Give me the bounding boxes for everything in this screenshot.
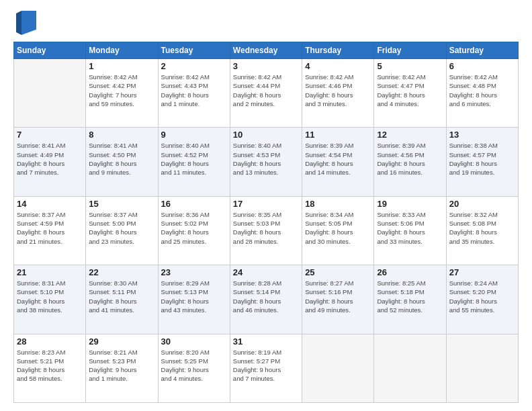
weekday-friday: Friday [374, 42, 446, 59]
logo-icon [16, 11, 36, 35]
calendar-cell: 24Sunrise: 8:28 AM Sunset: 5:14 PM Dayli… [230, 265, 302, 334]
day-info: Sunrise: 8:24 AM Sunset: 5:20 PM Dayligh… [449, 279, 515, 314]
calendar-cell: 28Sunrise: 8:23 AM Sunset: 5:21 PM Dayli… [14, 334, 86, 402]
day-number: 3 [233, 61, 299, 71]
day-info: Sunrise: 8:42 AM Sunset: 4:42 PM Dayligh… [89, 73, 154, 108]
day-number: 4 [305, 61, 371, 71]
weekday-wednesday: Wednesday [230, 42, 302, 59]
day-number: 11 [305, 130, 371, 140]
svg-marker-1 [16, 11, 21, 35]
day-number: 13 [449, 130, 515, 140]
day-number: 20 [449, 199, 515, 209]
calendar-cell [374, 334, 446, 402]
calendar-cell: 23Sunrise: 8:29 AM Sunset: 5:13 PM Dayli… [158, 265, 230, 334]
calendar-cell: 2Sunrise: 8:42 AM Sunset: 4:43 PM Daylig… [158, 59, 230, 128]
day-info: Sunrise: 8:37 AM Sunset: 4:59 PM Dayligh… [17, 210, 83, 246]
calendar-cell: 12Sunrise: 8:39 AM Sunset: 4:56 PM Dayli… [374, 128, 446, 196]
calendar-cell: 15Sunrise: 8:37 AM Sunset: 5:00 PM Dayli… [86, 196, 158, 265]
day-info: Sunrise: 8:42 AM Sunset: 4:47 PM Dayligh… [377, 73, 443, 108]
day-info: Sunrise: 8:40 AM Sunset: 4:52 PM Dayligh… [161, 141, 227, 177]
day-number: 23 [161, 267, 227, 277]
day-info: Sunrise: 8:20 AM Sunset: 5:25 PM Dayligh… [161, 348, 227, 383]
day-number: 25 [305, 267, 371, 277]
logo [13, 11, 36, 35]
calendar-cell: 31Sunrise: 8:19 AM Sunset: 5:27 PM Dayli… [230, 334, 302, 402]
calendar-cell: 13Sunrise: 8:38 AM Sunset: 4:57 PM Dayli… [446, 128, 518, 196]
calendar-cell [446, 334, 518, 402]
calendar-cell: 16Sunrise: 8:36 AM Sunset: 5:02 PM Dayli… [158, 196, 230, 265]
calendar-cell: 27Sunrise: 8:24 AM Sunset: 5:20 PM Dayli… [446, 265, 518, 334]
header [13, 11, 519, 35]
weekday-tuesday: Tuesday [158, 42, 230, 59]
day-info: Sunrise: 8:38 AM Sunset: 4:57 PM Dayligh… [449, 141, 515, 177]
calendar-cell: 10Sunrise: 8:40 AM Sunset: 4:53 PM Dayli… [230, 128, 302, 196]
day-number: 16 [161, 199, 227, 209]
day-number: 8 [89, 130, 154, 140]
day-number: 27 [449, 267, 515, 277]
day-number: 18 [305, 199, 371, 209]
calendar-cell: 17Sunrise: 8:35 AM Sunset: 5:03 PM Dayli… [230, 196, 302, 265]
day-info: Sunrise: 8:42 AM Sunset: 4:43 PM Dayligh… [161, 73, 227, 108]
day-info: Sunrise: 8:33 AM Sunset: 5:06 PM Dayligh… [377, 210, 443, 246]
day-number: 17 [233, 199, 299, 209]
calendar-cell: 18Sunrise: 8:34 AM Sunset: 5:05 PM Dayli… [302, 196, 374, 265]
calendar-cell [302, 334, 374, 402]
day-info: Sunrise: 8:28 AM Sunset: 5:14 PM Dayligh… [233, 279, 299, 314]
day-info: Sunrise: 8:31 AM Sunset: 5:10 PM Dayligh… [17, 279, 83, 314]
calendar-week-row: 7Sunrise: 8:41 AM Sunset: 4:49 PM Daylig… [14, 128, 519, 196]
weekday-monday: Monday [86, 42, 158, 59]
day-number: 10 [233, 130, 299, 140]
calendar-cell: 4Sunrise: 8:42 AM Sunset: 4:46 PM Daylig… [302, 59, 374, 128]
day-number: 6 [449, 61, 515, 71]
calendar-week-row: 28Sunrise: 8:23 AM Sunset: 5:21 PM Dayli… [14, 334, 519, 402]
calendar-cell: 14Sunrise: 8:37 AM Sunset: 4:59 PM Dayli… [14, 196, 86, 265]
day-number: 9 [161, 130, 227, 140]
calendar-cell: 11Sunrise: 8:39 AM Sunset: 4:54 PM Dayli… [302, 128, 374, 196]
weekday-header-row: SundayMondayTuesdayWednesdayThursdayFrid… [14, 42, 519, 59]
calendar-cell: 7Sunrise: 8:41 AM Sunset: 4:49 PM Daylig… [14, 128, 86, 196]
day-number: 22 [89, 267, 154, 277]
day-info: Sunrise: 8:42 AM Sunset: 4:46 PM Dayligh… [305, 73, 371, 108]
day-info: Sunrise: 8:25 AM Sunset: 5:18 PM Dayligh… [377, 279, 443, 314]
page: SundayMondayTuesdayWednesdayThursdayFrid… [0, 0, 532, 411]
calendar-cell: 5Sunrise: 8:42 AM Sunset: 4:47 PM Daylig… [374, 59, 446, 128]
calendar-cell: 22Sunrise: 8:30 AM Sunset: 5:11 PM Dayli… [86, 265, 158, 334]
day-info: Sunrise: 8:29 AM Sunset: 5:13 PM Dayligh… [161, 279, 227, 314]
day-number: 30 [161, 336, 227, 347]
day-info: Sunrise: 8:36 AM Sunset: 5:02 PM Dayligh… [161, 210, 227, 246]
weekday-saturday: Saturday [446, 42, 518, 59]
day-info: Sunrise: 8:23 AM Sunset: 5:21 PM Dayligh… [17, 348, 83, 383]
day-number: 31 [233, 336, 299, 347]
day-info: Sunrise: 8:35 AM Sunset: 5:03 PM Dayligh… [233, 210, 299, 246]
day-number: 15 [89, 199, 154, 209]
logo-text [13, 11, 36, 35]
day-info: Sunrise: 8:27 AM Sunset: 5:16 PM Dayligh… [305, 279, 371, 314]
weekday-sunday: Sunday [14, 42, 86, 59]
calendar-cell: 20Sunrise: 8:32 AM Sunset: 5:08 PM Dayli… [446, 196, 518, 265]
calendar-cell: 30Sunrise: 8:20 AM Sunset: 5:25 PM Dayli… [158, 334, 230, 402]
day-number: 7 [17, 130, 83, 140]
day-number: 28 [17, 336, 83, 347]
day-info: Sunrise: 8:39 AM Sunset: 4:56 PM Dayligh… [377, 141, 443, 177]
day-number: 2 [161, 61, 227, 71]
calendar-cell: 9Sunrise: 8:40 AM Sunset: 4:52 PM Daylig… [158, 128, 230, 196]
calendar-week-row: 1Sunrise: 8:42 AM Sunset: 4:42 PM Daylig… [14, 59, 519, 128]
day-number: 1 [89, 61, 154, 71]
weekday-thursday: Thursday [302, 42, 374, 59]
calendar-cell: 6Sunrise: 8:42 AM Sunset: 4:48 PM Daylig… [446, 59, 518, 128]
day-info: Sunrise: 8:30 AM Sunset: 5:11 PM Dayligh… [89, 279, 154, 314]
day-info: Sunrise: 8:41 AM Sunset: 4:49 PM Dayligh… [17, 141, 83, 177]
day-number: 5 [377, 61, 443, 71]
calendar-cell: 1Sunrise: 8:42 AM Sunset: 4:42 PM Daylig… [86, 59, 158, 128]
calendar-cell: 21Sunrise: 8:31 AM Sunset: 5:10 PM Dayli… [14, 265, 86, 334]
calendar-cell: 29Sunrise: 8:21 AM Sunset: 5:23 PM Dayli… [86, 334, 158, 402]
day-number: 29 [89, 336, 154, 347]
calendar-week-row: 21Sunrise: 8:31 AM Sunset: 5:10 PM Dayli… [14, 265, 519, 334]
calendar-cell: 25Sunrise: 8:27 AM Sunset: 5:16 PM Dayli… [302, 265, 374, 334]
day-info: Sunrise: 8:40 AM Sunset: 4:53 PM Dayligh… [233, 141, 299, 177]
calendar-cell [14, 59, 86, 128]
calendar-cell: 8Sunrise: 8:41 AM Sunset: 4:50 PM Daylig… [86, 128, 158, 196]
day-number: 12 [377, 130, 443, 140]
day-info: Sunrise: 8:42 AM Sunset: 4:48 PM Dayligh… [449, 73, 515, 108]
day-info: Sunrise: 8:39 AM Sunset: 4:54 PM Dayligh… [305, 141, 371, 177]
